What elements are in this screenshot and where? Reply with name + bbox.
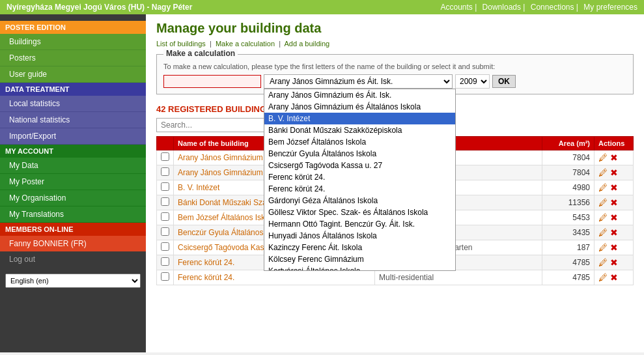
actions-cell: 🖉 ✖ <box>598 152 629 163</box>
delete-icon[interactable]: ✖ <box>610 212 618 223</box>
language-select[interactable]: English (en) <box>5 274 141 288</box>
sidebar-my-account-header: MY ACCOUNT <box>0 145 146 158</box>
accounts-link[interactable]: Accounts <box>440 3 472 12</box>
building-area: 4980 <box>542 180 595 195</box>
breadcrumb-calc[interactable]: Make a calculation <box>216 40 275 48</box>
top-bar: Nyíregyháza Megyei Jogú Város (HU) - Nag… <box>0 0 644 14</box>
row-checkbox[interactable] <box>161 167 169 176</box>
preferences-link[interactable]: My preferences <box>583 3 637 12</box>
edit-icon[interactable]: 🖉 <box>598 212 608 223</box>
delete-icon[interactable]: ✖ <box>610 182 618 193</box>
delete-icon[interactable]: ✖ <box>610 272 618 283</box>
sidebar-item-local-stats[interactable]: Local statistics <box>0 96 146 112</box>
building-type: Multi-residential <box>375 270 542 285</box>
dropdown-item[interactable]: Hunyadi János Általános Iskola <box>264 230 455 242</box>
sidebar-item-my-organisation[interactable]: My Organisation <box>0 190 146 206</box>
dropdown-item[interactable]: Kölcsey Ferenc Gimnázium <box>264 253 455 265</box>
building-area: 4785 <box>542 255 595 270</box>
sidebar-item-national-stats[interactable]: National statistics <box>0 112 146 128</box>
table-row: Ferenc körút 24. Multi-residential 4785 … <box>157 270 634 285</box>
building-select[interactable]: Arany János Gimnázium és Áit. Isk. <box>264 74 453 89</box>
downloads-link[interactable]: Downloads <box>483 3 521 12</box>
dropdown-item[interactable]: Gárdonyi Géza Általános Iskola <box>264 195 455 206</box>
dropdown-item[interactable]: Kertvárosi Általános Iskola <box>264 265 455 271</box>
dropdown-item[interactable]: Göllesz Viktor Spec. Szak- és Általános … <box>264 206 455 218</box>
edit-icon[interactable]: 🖉 <box>598 152 608 163</box>
building-dropdown: Arany János Gimnázium és Áit. Isk. Arany… <box>264 89 456 271</box>
dropdown-item[interactable]: Ferenc körút 24. <box>264 183 455 195</box>
edit-icon[interactable]: 🖉 <box>598 182 608 193</box>
building-name-link[interactable]: Ferenc körút 24. <box>178 273 234 282</box>
calc-instruction: To make a new calculation, please type t… <box>163 63 626 70</box>
breadcrumb-list[interactable]: List of buildings <box>156 40 206 48</box>
delete-icon[interactable]: ✖ <box>610 257 618 268</box>
edit-icon[interactable]: 🖉 <box>598 242 608 253</box>
top-bar-title: Nyíregyháza Megyei Jogú Város (HU) - Nag… <box>7 3 192 12</box>
sidebar-item-my-translations[interactable]: My Translations <box>0 206 146 223</box>
sidebar-item-import-export[interactable]: Import/Export <box>0 128 146 145</box>
sidebar-item-user-guide[interactable]: User guide <box>0 66 146 83</box>
sidebar-members-online-header: MEMBERS ON-LINE <box>0 223 146 236</box>
sidebar-item-my-data[interactable]: My Data <box>0 158 146 174</box>
building-name-link[interactable]: Ferenc körút 24. <box>178 258 234 267</box>
dropdown-item[interactable]: Csicsergő Tagóvoda Kassa u. 27 <box>264 160 455 171</box>
calc-ok-button[interactable]: OK <box>492 75 516 88</box>
building-area: 5453 <box>542 210 595 225</box>
sidebar-item-my-poster[interactable]: My Poster <box>0 174 146 190</box>
delete-icon[interactable]: ✖ <box>610 197 618 208</box>
breadcrumb-add[interactable]: Add a building <box>285 40 330 48</box>
actions-cell: 🖉 ✖ <box>598 242 629 253</box>
edit-icon[interactable]: 🖉 <box>598 197 608 208</box>
calc-dropdown-container: Arany János Gimnázium és Áit. Isk. 2009 … <box>264 74 516 89</box>
row-checkbox[interactable] <box>161 272 169 281</box>
sidebar-item-posters[interactable]: Posters <box>0 50 146 66</box>
row-checkbox[interactable] <box>161 257 169 266</box>
actions-cell: 🖉 ✖ <box>598 197 629 208</box>
dropdown-item[interactable]: Hermann Ottó Tagint. Benczúr Gy. Áit. Is… <box>264 218 455 230</box>
calc-box: Make a calculation To make a new calcula… <box>156 54 634 94</box>
row-checkbox[interactable] <box>161 182 169 191</box>
actions-cell: 🖉 ✖ <box>598 257 629 268</box>
delete-icon[interactable]: ✖ <box>610 227 618 238</box>
edit-icon[interactable]: 🖉 <box>598 272 608 283</box>
th-area: Area (m²) <box>542 137 595 150</box>
dropdown-item[interactable]: Ferenc körút 24. <box>264 171 455 183</box>
breadcrumb: List of buildings | Make a calculation |… <box>156 40 634 48</box>
buildings-count: 42 REGISTERED BUILDINGS <box>156 104 272 114</box>
dropdown-item[interactable]: Bem József Általános Iskola <box>264 136 455 148</box>
dropdown-item[interactable]: Arany János Gimnázium és Áit. Isk. <box>264 89 455 101</box>
dropdown-item-selected[interactable]: B. V. Intézet <box>264 113 455 124</box>
sidebar-logout[interactable]: Log out <box>0 251 146 267</box>
row-checkbox[interactable] <box>161 227 169 236</box>
building-area: 4785 <box>542 270 595 285</box>
row-checkbox[interactable] <box>161 242 169 251</box>
sidebar-item-buildings[interactable]: Buildings <box>0 34 146 50</box>
edit-icon[interactable]: 🖉 <box>598 227 608 238</box>
building-name-link[interactable]: B. V. Intézet <box>178 183 219 192</box>
sidebar-language[interactable]: English (en) <box>5 274 141 288</box>
actions-cell: 🖉 ✖ <box>598 167 629 178</box>
edit-icon[interactable]: 🖉 <box>598 257 608 268</box>
row-checkbox[interactable] <box>161 152 169 161</box>
row-checkbox[interactable] <box>161 197 169 206</box>
building-name-link[interactable]: Bem József Általános Isk... <box>178 213 272 222</box>
dropdown-item[interactable]: Arany János Gimnázium és Általános Iskol… <box>264 101 455 113</box>
sidebar-member-fanny[interactable]: Fanny BONNIER (FR) <box>0 236 146 251</box>
delete-icon[interactable]: ✖ <box>610 152 618 163</box>
building-name-link[interactable]: Bánki Donát Műszaki Szak... <box>178 198 277 207</box>
edit-icon[interactable]: 🖉 <box>598 167 608 178</box>
delete-icon[interactable]: ✖ <box>610 167 618 178</box>
year-select[interactable]: 2009 2010 2008 <box>455 74 490 89</box>
delete-icon[interactable]: ✖ <box>610 242 618 253</box>
sidebar: POSTER EDITION Buildings Posters User gu… <box>0 14 146 352</box>
dropdown-item[interactable]: Bánki Donát Műszaki Szakközépiskola <box>264 124 455 136</box>
building-area: 7804 <box>542 150 595 165</box>
building-name-link[interactable]: Arany János Gimnázium é... <box>178 153 276 162</box>
row-checkbox[interactable] <box>161 212 169 221</box>
connections-link[interactable]: Connections <box>531 3 574 12</box>
dropdown-item[interactable]: Benczúr Gyula Általános Iskola <box>264 148 455 160</box>
dropdown-item[interactable]: Kazinczy Ferenc Áit. Iskola <box>264 242 455 253</box>
building-name-link[interactable]: Arany János Gimnázium é... <box>178 168 276 177</box>
building-area: 7804 <box>542 165 595 180</box>
calc-text-input[interactable] <box>163 75 261 88</box>
